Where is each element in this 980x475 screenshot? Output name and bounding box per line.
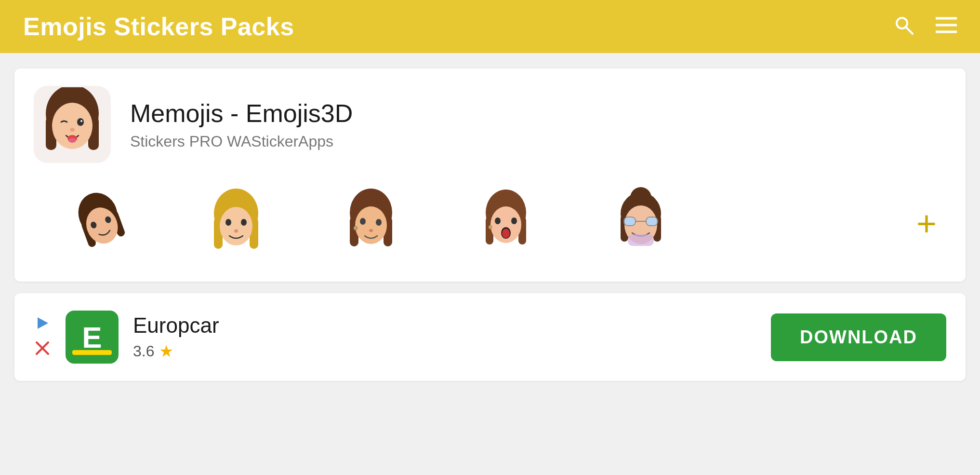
svg-point-39 bbox=[495, 217, 501, 224]
svg-marker-53 bbox=[38, 317, 48, 329]
ad-close-icon[interactable] bbox=[35, 340, 50, 360]
svg-line-1 bbox=[906, 27, 913, 34]
svg-point-31 bbox=[360, 218, 366, 225]
ad-app-icon: E bbox=[66, 311, 119, 364]
svg-point-9 bbox=[77, 118, 84, 126]
app-header: Emojis Stickers Packs bbox=[0, 0, 980, 53]
ad-app-rating: 3.6 ★ bbox=[133, 341, 219, 361]
main-content: Memojis - Emojis3D Stickers PRO WASticke… bbox=[0, 53, 980, 396]
header-actions bbox=[893, 14, 957, 39]
sticker-2[interactable] bbox=[169, 182, 304, 264]
sticker-4[interactable] bbox=[438, 182, 573, 264]
star-icon: ★ bbox=[159, 341, 173, 361]
ad-app-icon-bar bbox=[72, 350, 112, 355]
svg-point-40 bbox=[511, 217, 517, 224]
svg-point-42 bbox=[502, 229, 510, 238]
menu-icon[interactable] bbox=[936, 16, 957, 37]
search-icon[interactable] bbox=[893, 14, 914, 39]
sticker-1[interactable] bbox=[34, 182, 169, 264]
ad-card: E Europcar 3.6 ★ DOWNLOAD bbox=[14, 293, 966, 381]
ad-controls bbox=[34, 314, 51, 360]
app-name-label: Memojis - Emojis3D bbox=[130, 99, 353, 128]
svg-point-11 bbox=[70, 128, 75, 132]
app-info-row: Memojis - Emojis3D Stickers PRO WASticke… bbox=[34, 86, 946, 163]
download-button[interactable]: DOWNLOAD bbox=[771, 313, 946, 361]
svg-point-13 bbox=[68, 138, 76, 143]
app-title: Emojis Stickers Packs bbox=[23, 12, 294, 41]
ad-app-details: Europcar 3.6 ★ bbox=[133, 313, 219, 361]
ad-play-icon[interactable] bbox=[34, 314, 51, 336]
svg-point-25 bbox=[241, 219, 247, 226]
app-card: Memojis - Emojis3D Stickers PRO WASticke… bbox=[14, 68, 966, 282]
ad-app-letter: E bbox=[82, 320, 102, 354]
sticker-3[interactable] bbox=[304, 182, 438, 264]
app-text-info: Memojis - Emojis3D Stickers PRO WASticke… bbox=[130, 99, 353, 150]
svg-point-10 bbox=[80, 120, 82, 122]
sticker-preview-row: + bbox=[34, 182, 946, 264]
app-subtitle-label: Stickers PRO WAStickerApps bbox=[130, 133, 353, 150]
svg-point-23 bbox=[220, 207, 252, 245]
ad-app-name: Europcar bbox=[133, 313, 219, 338]
rating-value: 3.6 bbox=[133, 342, 154, 360]
add-stickers-button[interactable]: + bbox=[916, 204, 946, 243]
svg-point-24 bbox=[225, 219, 231, 226]
svg-point-43 bbox=[489, 225, 492, 229]
svg-point-33 bbox=[369, 229, 373, 232]
sticker-5[interactable] bbox=[573, 182, 708, 264]
svg-rect-50 bbox=[646, 217, 658, 226]
svg-point-26 bbox=[234, 229, 238, 232]
svg-rect-49 bbox=[624, 217, 636, 226]
svg-rect-52 bbox=[628, 234, 654, 246]
svg-point-34 bbox=[354, 226, 358, 230]
app-icon bbox=[34, 86, 111, 163]
svg-point-32 bbox=[376, 219, 382, 226]
